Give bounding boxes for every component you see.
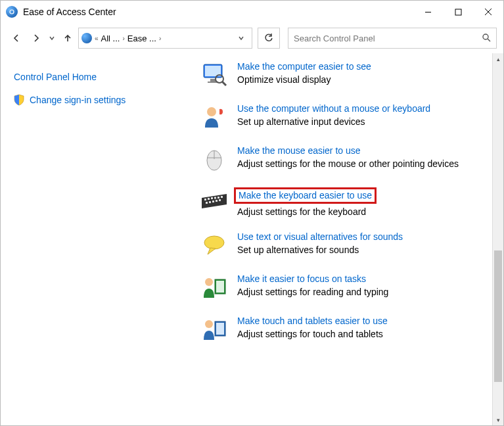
- link-text-visual-sounds[interactable]: Use text or visual alternatives for soun…: [237, 231, 403, 242]
- link-easier-to-see[interactable]: Make the computer easier to see: [237, 61, 371, 72]
- chevron-right-icon: ›: [159, 35, 161, 42]
- desc-focus-tasks: Adjust settings for reading and typing: [237, 287, 484, 297]
- option-easier-to-see: Make the computer easier to see Optimize…: [200, 61, 484, 89]
- svg-point-28: [204, 236, 224, 249]
- link-touch-tablets[interactable]: Make touch and tablets easier to use: [237, 316, 388, 326]
- svg-rect-20: [214, 197, 216, 199]
- option-text-visual-sounds: Use text or visual alternatives for soun…: [200, 231, 484, 259]
- focus-icon: [200, 273, 228, 301]
- option-without-mouse-keyboard: Use the computer without a mouse or keyb…: [200, 103, 484, 131]
- forward-button[interactable]: [27, 28, 45, 49]
- svg-rect-25: [212, 201, 214, 202]
- speech-bubble-icon: [200, 231, 228, 259]
- svg-point-32: [205, 320, 213, 328]
- desc-without-mouse-keyboard: Set up alternative input devices: [237, 116, 484, 127]
- control-panel-home-link[interactable]: Control Panel Home: [14, 72, 185, 82]
- link-without-mouse-keyboard[interactable]: Use the computer without a mouse or keyb…: [237, 103, 430, 114]
- scroll-up-icon[interactable]: ▴: [493, 53, 503, 64]
- svg-rect-31: [216, 281, 224, 293]
- desc-touch-tablets: Adjust settings for touch and tablets: [237, 329, 484, 339]
- option-focus-tasks: Make it easier to focus on tasks Adjust …: [200, 273, 484, 301]
- svg-point-5: [483, 34, 488, 39]
- svg-rect-34: [216, 323, 224, 335]
- chevron-left-icon: «: [95, 35, 99, 42]
- svg-rect-26: [216, 200, 218, 202]
- link-mouse-easier[interactable]: Make the mouse easier to use: [237, 145, 361, 156]
- svg-line-6: [488, 39, 490, 41]
- refresh-button[interactable]: [258, 28, 280, 49]
- nav-toolbar: « All ... › Ease ... › Search Control Pa…: [1, 23, 503, 53]
- sidebar: Control Panel Home Change sign-in settin…: [1, 53, 198, 425]
- chevron-right-icon: ›: [122, 35, 124, 42]
- svg-rect-23: [206, 202, 208, 204]
- svg-point-0: [10, 10, 14, 14]
- address-dropdown[interactable]: [233, 28, 249, 49]
- svg-rect-21: [218, 197, 219, 199]
- address-bar[interactable]: « All ... › Ease ... ›: [78, 28, 252, 49]
- svg-rect-17: [204, 199, 206, 201]
- svg-point-29: [205, 278, 213, 286]
- svg-rect-9: [210, 79, 216, 82]
- desc-easier-to-see: Optimize visual display: [237, 74, 484, 85]
- up-button[interactable]: [58, 28, 77, 49]
- link-keyboard-easier[interactable]: Make the keyboard easier to use: [234, 187, 377, 204]
- search-input[interactable]: Search Control Panel: [288, 28, 497, 49]
- shield-icon: [14, 94, 24, 106]
- option-mouse-easier: Make the mouse easier to use Adjust sett…: [200, 145, 484, 173]
- breadcrumb-seg2[interactable]: Ease ...: [127, 34, 156, 43]
- mouse-icon: [200, 145, 228, 173]
- svg-rect-18: [208, 198, 210, 200]
- option-keyboard-easier: Make the keyboard easier to use Adjust s…: [200, 187, 484, 217]
- desc-keyboard-easier: Adjust settings for the keyboard: [237, 206, 484, 217]
- app-icon: [6, 6, 18, 18]
- monitor-icon: [200, 61, 228, 89]
- change-signin-settings-link[interactable]: Change sign-in settings: [14, 94, 185, 106]
- minimize-button[interactable]: [413, 1, 443, 22]
- keyboard-icon: [200, 187, 228, 215]
- svg-rect-24: [209, 201, 211, 203]
- option-touch-tablets: Make touch and tablets easier to use Adj…: [200, 316, 484, 343]
- address-icon: [81, 33, 92, 43]
- scrollbar[interactable]: ▴ ▾: [492, 53, 503, 425]
- touch-icon: [200, 316, 228, 343]
- close-button[interactable]: [473, 1, 503, 22]
- link-focus-tasks[interactable]: Make it easier to focus on tasks: [237, 273, 366, 284]
- content-area: Control Panel Home Change sign-in settin…: [1, 53, 503, 425]
- back-button[interactable]: [7, 28, 26, 49]
- search-placeholder: Search Control Panel: [294, 34, 375, 43]
- person-speaking-icon: [200, 103, 228, 131]
- sidebar-signin-label: Change sign-in settings: [30, 95, 126, 105]
- recent-dropdown[interactable]: [47, 28, 57, 49]
- svg-rect-22: [221, 196, 223, 198]
- window-title: Ease of Access Center: [23, 7, 116, 17]
- svg-line-12: [222, 82, 226, 85]
- sidebar-home-label: Control Panel Home: [14, 72, 97, 82]
- titlebar: Ease of Access Center: [1, 1, 503, 23]
- main-panel: Make the computer easier to see Optimize…: [198, 53, 503, 425]
- search-icon: [482, 33, 491, 44]
- desc-text-visual-sounds: Set up alternatives for sounds: [237, 245, 484, 255]
- maximize-button[interactable]: [443, 1, 473, 22]
- svg-point-13: [207, 107, 216, 116]
- svg-rect-19: [211, 197, 213, 199]
- scroll-thumb[interactable]: [494, 250, 502, 382]
- scroll-down-icon[interactable]: ▾: [493, 414, 503, 425]
- svg-rect-2: [455, 9, 461, 15]
- svg-rect-27: [219, 199, 221, 201]
- breadcrumb-seg1[interactable]: All ...: [101, 34, 120, 43]
- desc-mouse-easier: Adjust settings for the mouse or other p…: [237, 158, 484, 169]
